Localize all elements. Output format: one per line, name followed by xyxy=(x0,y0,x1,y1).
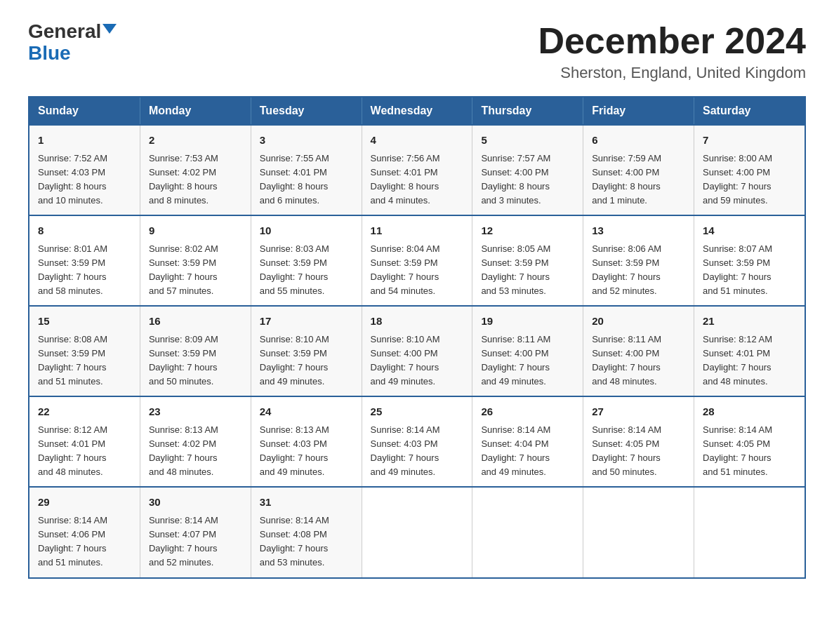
day-info: Sunrise: 8:14 AMSunset: 4:05 PMDaylight:… xyxy=(703,423,796,480)
day-number: 2 xyxy=(149,133,242,149)
day-info: Sunrise: 8:12 AMSunset: 4:01 PMDaylight:… xyxy=(703,333,796,389)
day-number: 9 xyxy=(149,223,242,239)
day-number: 5 xyxy=(481,133,574,149)
day-number: 11 xyxy=(371,223,464,239)
day-number: 22 xyxy=(38,404,131,420)
calendar-cell: 25Sunrise: 8:14 AMSunset: 4:03 PMDayligh… xyxy=(362,396,472,487)
calendar-table: SundayMondayTuesdayWednesdayThursdayFrid… xyxy=(28,96,806,578)
day-number: 4 xyxy=(371,133,464,149)
day-number: 27 xyxy=(592,404,685,420)
calendar-cell: 3Sunrise: 7:55 AMSunset: 4:01 PMDaylight… xyxy=(251,125,362,215)
day-info: Sunrise: 7:52 AMSunset: 4:03 PMDaylight:… xyxy=(38,152,131,208)
day-number: 25 xyxy=(371,404,464,420)
day-info: Sunrise: 8:12 AMSunset: 4:01 PMDaylight:… xyxy=(38,423,131,480)
calendar-cell: 6Sunrise: 7:59 AMSunset: 4:00 PMDaylight… xyxy=(583,125,694,215)
calendar-header: SundayMondayTuesdayWednesdayThursdayFrid… xyxy=(29,97,805,125)
logo-triangle-icon xyxy=(102,24,117,34)
calendar-cell: 23Sunrise: 8:13 AMSunset: 4:02 PMDayligh… xyxy=(140,396,251,487)
day-info: Sunrise: 8:10 AMSunset: 3:59 PMDaylight:… xyxy=(260,333,353,389)
day-info: Sunrise: 8:02 AMSunset: 3:59 PMDaylight:… xyxy=(149,242,242,299)
day-info: Sunrise: 8:00 AMSunset: 4:00 PMDaylight:… xyxy=(703,152,796,208)
day-number: 23 xyxy=(149,404,242,420)
calendar-cell xyxy=(362,487,472,577)
day-info: Sunrise: 8:07 AMSunset: 3:59 PMDaylight:… xyxy=(703,242,796,299)
weekday-header-row: SundayMondayTuesdayWednesdayThursdayFrid… xyxy=(29,97,805,125)
day-info: Sunrise: 7:57 AMSunset: 4:00 PMDaylight:… xyxy=(481,152,574,208)
day-number: 28 xyxy=(703,404,796,420)
day-number: 31 xyxy=(260,495,353,511)
calendar-week-row: 22Sunrise: 8:12 AMSunset: 4:01 PMDayligh… xyxy=(29,396,805,487)
calendar-cell: 14Sunrise: 8:07 AMSunset: 3:59 PMDayligh… xyxy=(694,215,805,306)
logo-blue: Blue xyxy=(28,43,71,65)
calendar-cell: 30Sunrise: 8:14 AMSunset: 4:07 PMDayligh… xyxy=(140,487,251,577)
day-info: Sunrise: 8:11 AMSunset: 4:00 PMDaylight:… xyxy=(592,333,685,389)
day-info: Sunrise: 8:08 AMSunset: 3:59 PMDaylight:… xyxy=(38,333,131,389)
day-number: 6 xyxy=(592,133,685,149)
day-number: 14 xyxy=(703,223,796,239)
calendar-cell: 1Sunrise: 7:52 AMSunset: 4:03 PMDaylight… xyxy=(29,125,140,215)
day-info: Sunrise: 7:56 AMSunset: 4:01 PMDaylight:… xyxy=(371,152,464,208)
calendar-cell: 24Sunrise: 8:13 AMSunset: 4:03 PMDayligh… xyxy=(251,396,362,487)
day-info: Sunrise: 8:01 AMSunset: 3:59 PMDaylight:… xyxy=(38,242,131,299)
calendar-cell xyxy=(583,487,694,577)
day-info: Sunrise: 8:14 AMSunset: 4:05 PMDaylight:… xyxy=(592,423,685,480)
weekday-header-monday: Monday xyxy=(140,97,251,125)
logo: General Blue xyxy=(28,21,117,65)
weekday-header-tuesday: Tuesday xyxy=(251,97,362,125)
calendar-cell: 28Sunrise: 8:14 AMSunset: 4:05 PMDayligh… xyxy=(694,396,805,487)
calendar-cell: 15Sunrise: 8:08 AMSunset: 3:59 PMDayligh… xyxy=(29,306,140,396)
weekday-header-sunday: Sunday xyxy=(29,97,140,125)
day-info: Sunrise: 7:55 AMSunset: 4:01 PMDaylight:… xyxy=(260,152,353,208)
day-number: 30 xyxy=(149,495,242,511)
title-block: December 2024 Sherston, England, United … xyxy=(538,21,806,82)
day-info: Sunrise: 8:14 AMSunset: 4:07 PMDaylight:… xyxy=(149,514,242,570)
calendar-cell: 4Sunrise: 7:56 AMSunset: 4:01 PMDaylight… xyxy=(362,125,472,215)
calendar-week-row: 29Sunrise: 8:14 AMSunset: 4:06 PMDayligh… xyxy=(29,487,805,577)
day-info: Sunrise: 8:09 AMSunset: 3:59 PMDaylight:… xyxy=(149,333,242,389)
calendar-cell: 26Sunrise: 8:14 AMSunset: 4:04 PMDayligh… xyxy=(472,396,583,487)
calendar-cell: 20Sunrise: 8:11 AMSunset: 4:00 PMDayligh… xyxy=(583,306,694,396)
calendar-cell: 22Sunrise: 8:12 AMSunset: 4:01 PMDayligh… xyxy=(29,396,140,487)
calendar-cell: 12Sunrise: 8:05 AMSunset: 3:59 PMDayligh… xyxy=(472,215,583,306)
day-info: Sunrise: 8:03 AMSunset: 3:59 PMDaylight:… xyxy=(260,242,353,299)
day-info: Sunrise: 8:14 AMSunset: 4:08 PMDaylight:… xyxy=(260,514,353,570)
month-title: December 2024 xyxy=(538,21,806,61)
calendar-cell: 8Sunrise: 8:01 AMSunset: 3:59 PMDaylight… xyxy=(29,215,140,306)
day-number: 20 xyxy=(592,314,685,330)
calendar-cell: 31Sunrise: 8:14 AMSunset: 4:08 PMDayligh… xyxy=(251,487,362,577)
calendar-cell xyxy=(472,487,583,577)
weekday-header-saturday: Saturday xyxy=(694,97,805,125)
day-number: 17 xyxy=(260,314,353,330)
calendar-body: 1Sunrise: 7:52 AMSunset: 4:03 PMDaylight… xyxy=(29,125,805,577)
page-header: General Blue December 2024 Sherston, Eng… xyxy=(28,21,806,82)
calendar-cell: 9Sunrise: 8:02 AMSunset: 3:59 PMDaylight… xyxy=(140,215,251,306)
day-info: Sunrise: 8:13 AMSunset: 4:03 PMDaylight:… xyxy=(260,423,353,480)
calendar-cell: 5Sunrise: 7:57 AMSunset: 4:00 PMDaylight… xyxy=(472,125,583,215)
calendar-cell: 17Sunrise: 8:10 AMSunset: 3:59 PMDayligh… xyxy=(251,306,362,396)
calendar-cell: 13Sunrise: 8:06 AMSunset: 3:59 PMDayligh… xyxy=(583,215,694,306)
day-info: Sunrise: 8:13 AMSunset: 4:02 PMDaylight:… xyxy=(149,423,242,480)
day-info: Sunrise: 8:11 AMSunset: 4:00 PMDaylight:… xyxy=(481,333,574,389)
calendar-cell: 18Sunrise: 8:10 AMSunset: 4:00 PMDayligh… xyxy=(362,306,472,396)
weekday-header-thursday: Thursday xyxy=(472,97,583,125)
day-number: 16 xyxy=(149,314,242,330)
calendar-week-row: 1Sunrise: 7:52 AMSunset: 4:03 PMDaylight… xyxy=(29,125,805,215)
day-info: Sunrise: 8:10 AMSunset: 4:00 PMDaylight:… xyxy=(371,333,464,389)
day-number: 1 xyxy=(38,133,131,149)
day-info: Sunrise: 8:04 AMSunset: 3:59 PMDaylight:… xyxy=(371,242,464,299)
weekday-header-friday: Friday xyxy=(583,97,694,125)
calendar-cell xyxy=(694,487,805,577)
day-info: Sunrise: 8:14 AMSunset: 4:04 PMDaylight:… xyxy=(481,423,574,480)
day-number: 26 xyxy=(481,404,574,420)
day-info: Sunrise: 8:14 AMSunset: 4:06 PMDaylight:… xyxy=(38,514,131,570)
logo-general: General xyxy=(28,21,101,43)
day-info: Sunrise: 7:59 AMSunset: 4:00 PMDaylight:… xyxy=(592,152,685,208)
day-info: Sunrise: 8:06 AMSunset: 3:59 PMDaylight:… xyxy=(592,242,685,299)
day-number: 15 xyxy=(38,314,131,330)
day-number: 12 xyxy=(481,223,574,239)
day-number: 19 xyxy=(481,314,574,330)
calendar-cell: 11Sunrise: 8:04 AMSunset: 3:59 PMDayligh… xyxy=(362,215,472,306)
calendar-cell: 2Sunrise: 7:53 AMSunset: 4:02 PMDaylight… xyxy=(140,125,251,215)
day-number: 18 xyxy=(371,314,464,330)
day-number: 7 xyxy=(703,133,796,149)
